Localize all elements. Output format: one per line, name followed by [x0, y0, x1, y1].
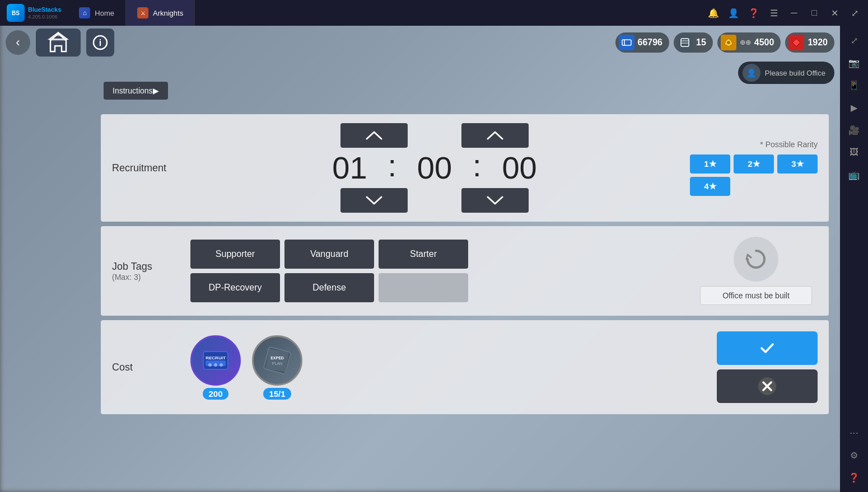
orundum-badge: ⊕⊕ 4500 — [717, 32, 781, 53]
hours-up-button[interactable] — [340, 123, 408, 148]
cost-item-1-amount: 200 — [203, 388, 228, 400]
jobtags-subtitle: (Max: 3) — [112, 273, 179, 282]
side-help-icon[interactable]: ❓ — [844, 467, 864, 488]
tag-supporter-button[interactable]: Supporter — [190, 240, 280, 269]
rarity-grid: 1★ 2★ 3★ 4★ — [690, 154, 818, 196]
help-icon[interactable]: ❓ — [745, 4, 763, 22]
tag-dprecovery-button[interactable]: DP-Recovery — [190, 273, 280, 302]
tag-starter-button[interactable]: Starter — [379, 240, 468, 269]
rarity-1-button[interactable]: 1★ — [690, 154, 730, 174]
hours-value: 01 — [316, 152, 383, 184]
confirm-button[interactable] — [717, 331, 818, 365]
side-screenshot-icon[interactable]: 📷 — [844, 53, 864, 73]
seconds-display: 00 — [486, 152, 553, 184]
recruitment-panel: Recruitment — [101, 114, 829, 222]
notif-avatar: 👤 — [743, 64, 760, 82]
side-video-icon[interactable]: ▶ — [844, 97, 864, 118]
user-icon[interactable]: 👤 — [725, 4, 743, 22]
hours-down-segment — [340, 188, 408, 213]
rarity-label: * Possible Rarity — [690, 140, 818, 149]
minutes-down-button[interactable] — [461, 188, 529, 213]
menu-icon[interactable]: ☰ — [765, 4, 783, 22]
rarity-4-button[interactable]: 4★ — [690, 177, 730, 196]
side-more-icon[interactable]: ⋯ — [844, 423, 864, 443]
orundum-value: 4500 — [754, 38, 774, 48]
svg-text:EXPED: EXPED — [270, 356, 284, 360]
fragments-badge: 15 — [674, 32, 713, 53]
orundum-icon-2: ⊕⊕ — [740, 39, 751, 46]
orundum-icon — [721, 35, 736, 50]
side-tv-icon[interactable]: 📺 — [844, 165, 864, 185]
back-button[interactable]: ‹ — [6, 30, 30, 55]
time-colon-1: : — [388, 150, 396, 186]
cost-item-1: RECRUIT 200 — [190, 335, 241, 400]
rarity-3-button[interactable]: 3★ — [777, 154, 818, 174]
minutes-segment — [461, 123, 529, 148]
svg-point-18 — [208, 363, 212, 367]
fragments-icon — [677, 35, 693, 50]
svg-text:PLAN: PLAN — [272, 362, 282, 366]
office-notification-area: Office must be built — [700, 237, 812, 305]
office-msg-text: Office must be built — [722, 291, 790, 300]
rarity-2-button[interactable]: 2★ — [734, 154, 774, 174]
office-refresh-icon — [734, 237, 778, 282]
xmark-icon — [757, 376, 777, 396]
minutes-display: 00 — [401, 152, 468, 184]
svg-rect-6 — [622, 40, 631, 45]
expand-icon[interactable]: ⤢ — [846, 4, 864, 22]
minimize-icon[interactable]: ─ — [785, 4, 803, 22]
cost-item-2: EXPED PLAN 15/1 — [252, 335, 302, 400]
tab-arknights[interactable]: ⚔ Arknights — [126, 0, 195, 26]
originite-icon — [788, 35, 804, 50]
tab-home[interactable]: ⌂ Home — [68, 0, 126, 26]
time-up-row — [340, 123, 529, 148]
side-expand-icon[interactable]: ⤢ — [844, 30, 864, 50]
svg-text:i: i — [99, 38, 101, 48]
tickets-value: 66796 — [638, 38, 663, 48]
bell-icon[interactable]: 🔔 — [704, 4, 722, 22]
game-topbar: ‹ i 66796 — [0, 26, 840, 59]
cost-label: Cost — [112, 362, 179, 373]
minutes-up-button[interactable] — [461, 123, 529, 148]
originite-badge: 1920 — [785, 32, 834, 53]
instructions-button[interactable]: Instructions▶ — [104, 82, 168, 100]
jobtags-label: Job Tags — [112, 261, 179, 273]
hours-display: 01 — [316, 152, 383, 184]
side-toolbar: ⤢ 📷 📱 ▶ 🎥 🖼 📺 ⋯ ⚙ ❓ — [840, 26, 868, 492]
svg-point-20 — [220, 363, 223, 367]
time-down-row — [340, 188, 529, 213]
jobtags-label-group: Job Tags (Max: 3) — [112, 261, 179, 282]
cost-items: RECRUIT 200 — [190, 335, 706, 400]
side-gallery-icon[interactable]: 🖼 — [844, 142, 864, 162]
fragments-value: 15 — [696, 38, 706, 48]
tag-vanguard-button[interactable]: Vanguard — [284, 240, 374, 269]
home-tab-icon: ⌂ — [79, 7, 90, 18]
svg-rect-22 — [265, 349, 289, 372]
hours-down-button[interactable] — [340, 188, 408, 213]
tag-defense-button[interactable]: Defense — [284, 273, 374, 302]
cost-item-1-icon: RECRUIT — [190, 335, 241, 386]
hours-segment — [340, 123, 408, 148]
close-icon[interactable]: ✕ — [825, 4, 843, 22]
time-values-row: 01 : 00 : 00 — [316, 150, 553, 186]
instructions-label: Instructions▶ — [113, 86, 159, 95]
svg-rect-8 — [681, 39, 689, 46]
minutes-value: 00 — [401, 152, 468, 184]
maximize-icon[interactable]: □ — [805, 4, 823, 22]
side-camera-icon[interactable]: 🎥 — [844, 120, 864, 140]
originite-value: 1920 — [808, 38, 828, 48]
home-nav-icon — [47, 31, 69, 54]
info-button[interactable]: i — [86, 29, 114, 57]
time-colon-2: : — [473, 150, 482, 186]
svg-marker-13 — [792, 39, 800, 46]
main-content: Recruitment — [101, 82, 829, 481]
side-settings-icon[interactable]: ⚙ — [844, 445, 864, 465]
home-nav-button[interactable] — [36, 29, 81, 57]
action-buttons — [717, 331, 818, 403]
tab-arknights-label: Arknights — [153, 9, 183, 17]
cancel-button[interactable] — [717, 369, 818, 403]
bluestacks-logo: BS BlueStacks 4.205.0.1006 — [0, 4, 68, 22]
side-mobile-icon[interactable]: 📱 — [844, 75, 864, 95]
recruitment-label: Recruitment — [112, 162, 179, 174]
tickets-icon — [619, 35, 634, 50]
